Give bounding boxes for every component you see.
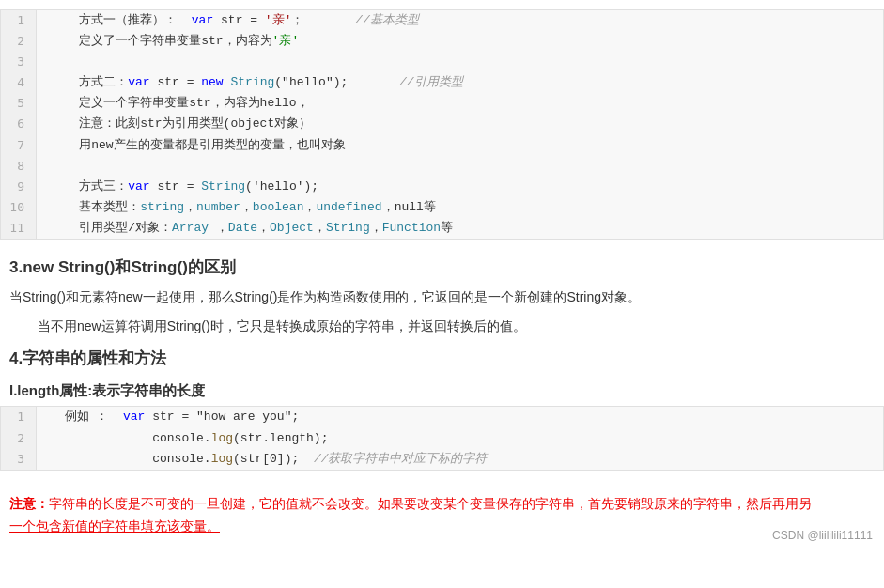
code-line: 4 方式二：var str = new String("hello"); //引…: [1, 72, 883, 93]
code-line: 10 基本类型：string，number，boolean，undefined，…: [1, 197, 883, 218]
page-container: 1 方式一（推荐）： var str = '亲'； //基本类型2 定义了一个字…: [0, 0, 884, 549]
code-line: 8: [1, 156, 883, 177]
line-number: 11: [1, 218, 37, 239]
line-number: 3: [1, 449, 37, 470]
line-content: 方式二：var str = new String("hello"); //引用类…: [37, 72, 883, 93]
footer-brand: CSDN @liililili11111: [772, 529, 873, 542]
line-content: [37, 52, 883, 72]
code-block-1: 1 方式一（推荐）： var str = '亲'； //基本类型2 定义了一个字…: [0, 9, 884, 240]
code-line: 5 定义一个字符串变量str，内容为hello，: [1, 93, 883, 114]
code-line: 2 console.log(str.length);: [1, 428, 883, 449]
section-4: 4.字符串的属性和方法 l.length属性:表示字符串的长度: [0, 348, 884, 400]
line-content: 例如 ： var str = "how are you";: [37, 407, 883, 427]
line-number: 7: [1, 135, 37, 156]
line-content: console.log(str.length);: [37, 428, 883, 449]
code-line: 1 例如 ： var str = "how are you";: [1, 407, 883, 427]
line-content: 定义了一个字符串变量str，内容为'亲': [37, 31, 883, 52]
code-line: 3: [1, 52, 883, 72]
line-content: 基本类型：string，number，boolean，undefined，nul…: [37, 197, 883, 218]
line-content: [37, 156, 883, 177]
code-line: 11 引用类型/对象：Array ，Date，Object，String，Fun…: [1, 218, 883, 239]
note-text: 注意：字符串的长度是不可变的一旦创建，它的值就不会改变。如果要改变某个变量保存的…: [0, 487, 884, 541]
line-content: 方式一（推荐）： var str = '亲'； //基本类型: [37, 10, 883, 31]
line-content: 引用类型/对象：Array ，Date，Object，String，Functi…: [37, 218, 883, 239]
line-number: 2: [1, 428, 37, 449]
code-line: 1 方式一（推荐）： var str = '亲'； //基本类型: [1, 10, 883, 31]
line-content: 定义一个字符串变量str，内容为hello，: [37, 93, 883, 114]
line-content: 注意：此刻str为引用类型(object对象）: [37, 114, 883, 134]
code-line: 6 注意：此刻str为引用类型(object对象）: [1, 114, 883, 134]
line-number: 1: [1, 407, 37, 427]
line-number: 3: [1, 52, 37, 72]
code-line: 9 方式三：var str = String('hello');: [1, 177, 883, 197]
section-3-heading: 3.new String()和String()的区别 当String()和元素符…: [0, 256, 884, 338]
line-number: 8: [1, 156, 37, 177]
line-number: 4: [1, 72, 37, 93]
line-number: 6: [1, 114, 37, 134]
line-content: 用new产生的变量都是引用类型的变量，也叫对象: [37, 135, 883, 156]
line-content: console.log(str[0]); //获取字符串中对应下标的字符: [37, 449, 883, 470]
code-line: 2 定义了一个字符串变量str，内容为'亲': [1, 31, 883, 52]
line-number: 10: [1, 197, 37, 218]
line-number: 9: [1, 177, 37, 197]
line-content: 方式三：var str = String('hello');: [37, 177, 883, 197]
line-number: 5: [1, 93, 37, 114]
code-line: 7 用new产生的变量都是引用类型的变量，也叫对象: [1, 135, 883, 156]
code-block-2: 1 例如 ： var str = "how are you";2 console…: [0, 406, 884, 470]
line-number: 1: [1, 10, 37, 31]
line-number: 2: [1, 31, 37, 52]
code-line: 3 console.log(str[0]); //获取字符串中对应下标的字符: [1, 449, 883, 470]
